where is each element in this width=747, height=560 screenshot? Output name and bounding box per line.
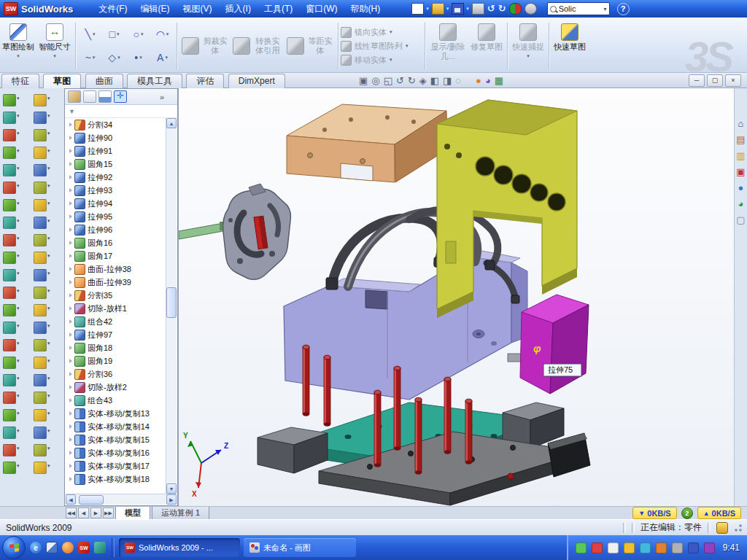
scroll-down-icon[interactable]: ▼ xyxy=(166,483,177,494)
expand-arrow-icon[interactable] xyxy=(69,385,72,389)
flyout-tool-icon[interactable] xyxy=(34,287,47,299)
expand-arrow-icon[interactable] xyxy=(69,411,72,416)
flyout-tool-icon[interactable] xyxy=(34,199,47,211)
display-delete-relations-button[interactable]: 显示/删除几... xyxy=(427,20,468,72)
tree-horizontal-scrollbar[interactable]: ◀ ▶ xyxy=(66,494,177,505)
tray-ime-icon[interactable] xyxy=(672,542,683,553)
close-icon[interactable]: × xyxy=(725,74,741,87)
tab-dimxpert[interactable]: DimXpert xyxy=(228,74,285,88)
model-scene[interactable]: φ xyxy=(179,88,735,506)
flyout-tool-icon[interactable] xyxy=(3,339,16,351)
tree-item[interactable]: 实体-移动/复制13 xyxy=(66,407,166,420)
tree-item[interactable]: 实体-移动/复制14 xyxy=(66,420,166,433)
expand-arrow-icon[interactable] xyxy=(69,306,72,311)
expand-arrow-icon[interactable] xyxy=(69,214,72,219)
save-dropdown-icon[interactable]: ▾ xyxy=(466,6,469,12)
tab-motion-study[interactable]: 运动算例 1 xyxy=(152,507,209,520)
tree-item[interactable]: 分割36 xyxy=(66,368,166,381)
flyout-tool-icon[interactable] xyxy=(34,304,47,316)
media-player-icon[interactable] xyxy=(62,542,74,553)
flyout-tool-icon[interactable] xyxy=(34,252,47,264)
open-dropdown-icon[interactable]: ▾ xyxy=(446,6,449,12)
scroll-right-icon[interactable]: ▶ xyxy=(166,494,177,505)
convert-entities-button[interactable]: 转换实体引用 xyxy=(231,20,285,72)
tray-volume-icon[interactable] xyxy=(688,542,699,553)
flyout-tool-icon[interactable] xyxy=(3,392,16,404)
flyout-tool-icon[interactable] xyxy=(3,94,16,106)
tree-item[interactable]: 曲面-拉伸38 xyxy=(66,262,166,276)
new-document-icon[interactable] xyxy=(411,3,424,15)
flyout-tool-icon[interactable] xyxy=(34,392,47,404)
expand-arrow-icon[interactable] xyxy=(69,398,72,402)
flyout-tool-icon[interactable] xyxy=(3,199,16,211)
flyout-tool-icon[interactable] xyxy=(3,462,16,474)
expand-arrow-icon[interactable] xyxy=(69,267,72,271)
flyout-tool-icon[interactable] xyxy=(34,322,47,334)
menu-file[interactable]: 文件(F) xyxy=(92,1,133,18)
tree-item[interactable]: 拉伸92 xyxy=(66,171,166,184)
mirror-entities-button[interactable]: 镜向实体 ▾ xyxy=(341,27,422,38)
scroll-up-icon[interactable]: ▲ xyxy=(166,118,177,128)
scroll-thumb[interactable] xyxy=(166,287,177,318)
flyout-tool-icon[interactable] xyxy=(34,147,47,159)
expand-arrow-icon[interactable] xyxy=(69,241,72,245)
design-library-icon[interactable]: ▤ xyxy=(736,135,745,145)
tray-network-icon[interactable] xyxy=(640,542,651,553)
expand-arrow-icon[interactable] xyxy=(69,424,72,429)
tray-update-icon[interactable] xyxy=(624,542,635,553)
flyout-tool-icon[interactable] xyxy=(3,322,16,334)
notification-chip[interactable]: 2 xyxy=(681,508,693,519)
flyout-tool-icon[interactable] xyxy=(3,252,16,264)
pattern-display-icon[interactable]: ▦ xyxy=(495,74,503,87)
expand-arrow-icon[interactable] xyxy=(69,451,72,455)
circle-tool[interactable]: ○▾ xyxy=(126,23,150,46)
spline-tool[interactable]: ~▾ xyxy=(78,46,102,69)
expand-arrow-icon[interactable] xyxy=(69,201,72,206)
pan-icon[interactable]: ◈ xyxy=(419,74,427,87)
expand-arrow-icon[interactable] xyxy=(69,464,72,468)
previous-view-icon[interactable]: ↺ xyxy=(396,74,404,87)
propertymanager-tab-icon[interactable] xyxy=(83,90,96,103)
tab-model[interactable]: 模型 xyxy=(115,507,150,520)
tray-app-icon[interactable] xyxy=(704,542,715,553)
graphics-viewport[interactable]: φ xyxy=(178,88,734,506)
scroll-thumb[interactable] xyxy=(79,495,104,505)
sketch-dropdown-icon[interactable]: ▾ xyxy=(17,53,20,59)
appearances-icon[interactable]: ● xyxy=(738,183,744,193)
tree-item[interactable]: 拉伸94 xyxy=(66,197,166,210)
scene-icon[interactable]: ◕ xyxy=(485,74,491,87)
tree-item[interactable]: 拉伸90 xyxy=(66,131,166,144)
flyout-tool-icon[interactable] xyxy=(34,217,47,229)
options-icon[interactable] xyxy=(525,3,537,15)
line-tool[interactable]: ╲▾ xyxy=(78,23,102,46)
tree-item[interactable]: 实体-移动/复制16 xyxy=(66,446,166,459)
tray-antivirus-icon[interactable] xyxy=(576,542,587,553)
flyout-tool-icon[interactable] xyxy=(3,112,16,124)
expand-arrow-icon[interactable] xyxy=(69,372,72,376)
tree-item[interactable]: 实体-移动/复制15 xyxy=(66,433,166,446)
featuremanager-tab-icon[interactable] xyxy=(68,90,81,103)
taskbar-clock[interactable]: 9:41 xyxy=(723,542,740,553)
tree-vertical-scrollbar[interactable]: ▲ ▼ xyxy=(166,118,177,494)
tree-item[interactable]: 曲面-拉伸39 xyxy=(66,276,166,289)
linear-sketch-pattern-button[interactable]: 线性草图阵列 ▾ xyxy=(341,41,422,52)
tree-item[interactable]: 拉伸93 xyxy=(66,184,166,197)
tab-mold-tools[interactable]: 模具工具 xyxy=(127,74,182,88)
tree-item[interactable]: 实体-移动/复制17 xyxy=(66,459,166,472)
flyout-tool-icon[interactable] xyxy=(34,182,47,194)
expand-arrow-icon[interactable] xyxy=(69,293,72,298)
flyout-tool-icon[interactable] xyxy=(3,444,16,456)
flyout-tool-icon[interactable] xyxy=(3,427,16,439)
tree-item[interactable]: 组合42 xyxy=(66,315,166,328)
flyout-tool-icon[interactable] xyxy=(3,357,16,369)
zoom-fit-icon[interactable]: ◎ xyxy=(371,74,379,87)
quick-snaps-button[interactable]: 快速捕捉 ▾ xyxy=(510,20,546,72)
rectangle-tool[interactable]: □▾ xyxy=(102,23,126,46)
flyout-tool-icon[interactable] xyxy=(34,427,47,439)
offset-entities-button[interactable]: 等距实体 xyxy=(285,20,336,72)
search-input[interactable]: Solic ▾ xyxy=(547,2,610,15)
trim-entities-button[interactable]: 剪裁实体 xyxy=(179,20,231,72)
tab-sketch[interactable]: 草图 xyxy=(43,74,81,88)
text-tool[interactable]: A▾ xyxy=(150,46,174,69)
menu-insert[interactable]: 插入(I) xyxy=(219,1,258,18)
